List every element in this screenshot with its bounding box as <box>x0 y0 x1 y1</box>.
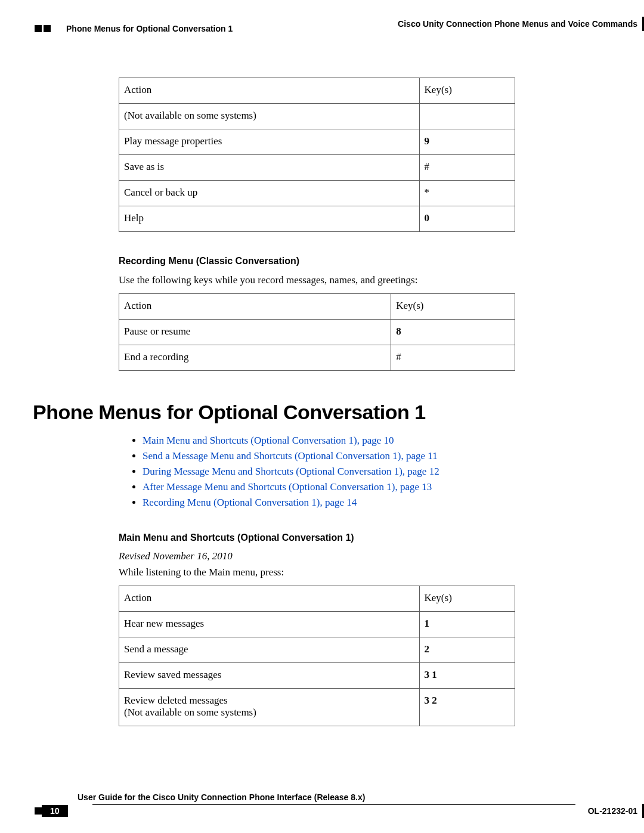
cell-key: 0 <box>419 206 515 232</box>
cell-action: Help <box>119 206 420 232</box>
cell-key <box>419 104 515 129</box>
recording-intro: Use the following keys while you record … <box>119 274 525 287</box>
table-row: Pause or resume 8 <box>119 319 515 345</box>
table-row: Play message properties 9 <box>119 129 515 155</box>
header-left: Phone Menus for Optional Conversation 1 <box>33 24 233 33</box>
header-square-1 <box>35 25 42 32</box>
table-row: Action Key(s) <box>119 78 515 104</box>
page-number: 10 <box>42 805 68 817</box>
mainmenu-intro: While listening to the Main menu, press: <box>119 566 525 580</box>
footer-right: OL-21232-01 <box>588 804 644 818</box>
list-item: During Message Menu and Shortcuts (Optio… <box>143 466 525 478</box>
cell-action: Review deleted messages (Not available o… <box>119 688 420 726</box>
cell-action: Send a message <box>119 637 420 662</box>
cell-action: End a recording <box>119 345 391 370</box>
col-action-header: Action <box>119 586 420 611</box>
col-key-header: Key(s) <box>391 293 515 319</box>
cell-key: # <box>419 155 515 181</box>
list-item: Main Menu and Shortcuts (Optional Conver… <box>143 435 525 447</box>
link-after-message[interactable]: After Message Menu and Shortcuts (Option… <box>143 481 432 493</box>
table-action-keys-1: Action Key(s) (Not available on some sys… <box>119 78 515 232</box>
col-key-header: Key(s) <box>419 78 515 104</box>
link-during-message[interactable]: During Message Menu and Shortcuts (Optio… <box>143 466 439 477</box>
table-row: Review deleted messages (Not available o… <box>119 688 515 726</box>
col-action-header: Action <box>119 78 420 104</box>
header-section-title: Phone Menus for Optional Conversation 1 <box>66 24 233 33</box>
cell-key: 1 <box>419 611 515 637</box>
mainmenu-heading: Main Menu and Shortcuts (Optional Conver… <box>119 532 525 543</box>
recording-heading: Recording Menu (Classic Conversation) <box>119 256 525 267</box>
cell-action: Play message properties <box>119 129 420 155</box>
table-row: Action Key(s) <box>119 586 515 611</box>
cell-key: * <box>419 181 515 206</box>
table-row: Action Key(s) <box>119 293 515 319</box>
revised-date: Revised November 16, 2010 <box>119 550 525 562</box>
cell-key: 2 <box>419 637 515 662</box>
link-list: Main Menu and Shortcuts (Optional Conver… <box>143 435 525 509</box>
header-square-2 <box>44 25 51 32</box>
col-action-header: Action <box>119 293 391 319</box>
cell-key: 3 2 <box>419 688 515 726</box>
table-row: (Not available on some systems) <box>119 104 515 129</box>
cell-action: Pause or resume <box>119 319 391 345</box>
cell-action: Hear new messages <box>119 611 420 637</box>
table-row: Help 0 <box>119 206 515 232</box>
footer-square <box>35 807 42 815</box>
list-item: After Message Menu and Shortcuts (Option… <box>143 481 525 493</box>
cell-action-main: Review deleted messages <box>124 695 228 706</box>
footer-guide-title: User Guide for the Cisco Unity Connectio… <box>78 792 644 802</box>
list-item: Recording Menu (Optional Conversation 1)… <box>143 497 525 509</box>
table-row: Send a message 2 <box>119 637 515 662</box>
cell-action-note: (Not available on some systems) <box>124 707 256 718</box>
table-row: Hear new messages 1 <box>119 611 515 637</box>
table-row: Save as is # <box>119 155 515 181</box>
link-send-message[interactable]: Send a Message Menu and Shortcuts (Optio… <box>143 450 438 462</box>
cell-key: # <box>391 345 515 370</box>
cell-action: Review saved messages <box>119 662 420 688</box>
doc-id: OL-21232-01 <box>588 806 637 816</box>
cell-key: 3 1 <box>419 662 515 688</box>
link-recording[interactable]: Recording Menu (Optional Conversation 1)… <box>143 497 357 508</box>
table-recording: Action Key(s) Pause or resume 8 End a re… <box>119 293 515 371</box>
footer-rule <box>92 804 575 805</box>
table-row: Review saved messages 3 1 <box>119 662 515 688</box>
footer-left: 10 <box>33 805 68 817</box>
table-row: End a recording # <box>119 345 515 370</box>
link-main-menu[interactable]: Main Menu and Shortcuts (Optional Conver… <box>143 435 394 446</box>
cell-action: Save as is <box>119 155 420 181</box>
cell-action: (Not available on some systems) <box>119 104 420 129</box>
page-title: Phone Menus for Optional Conversation 1 <box>33 401 525 424</box>
cell-key: 9 <box>419 129 515 155</box>
header-doc-title: Cisco Unity Connection Phone Menus and V… <box>398 19 637 29</box>
list-item: Send a Message Menu and Shortcuts (Optio… <box>143 450 525 462</box>
cell-action: Cancel or back up <box>119 181 420 206</box>
cell-key: 8 <box>391 319 515 345</box>
header-right: Cisco Unity Connection Phone Menus and V… <box>398 17 644 31</box>
table-mainmenu: Action Key(s) Hear new messages 1 Send a… <box>119 586 515 726</box>
col-key-header: Key(s) <box>419 586 515 611</box>
table-row: Cancel or back up * <box>119 181 515 206</box>
